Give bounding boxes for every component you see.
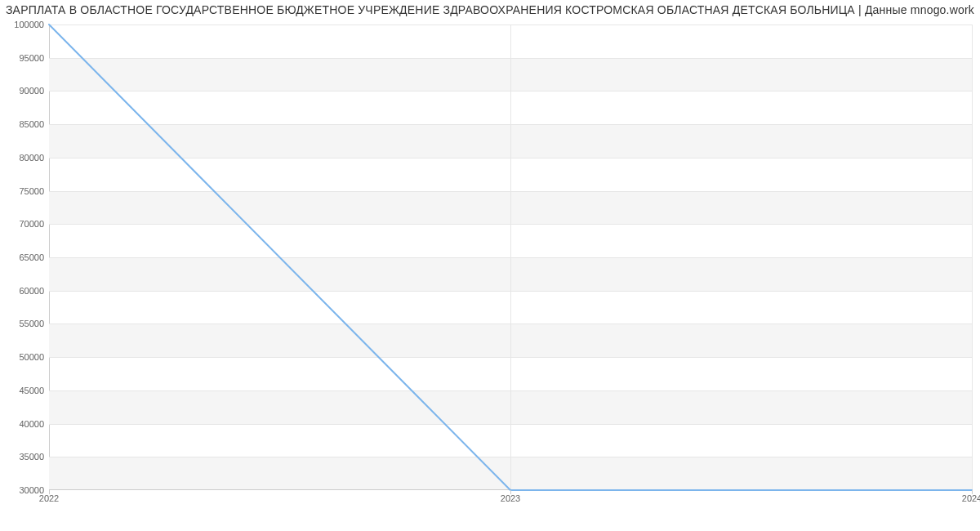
y-tick-label: 50000 [0, 352, 44, 362]
y-tick-label: 30000 [0, 485, 44, 495]
chart-title: ЗАРПЛАТА В ОБЛАСТНОЕ ГОСУДАРСТВЕННОЕ БЮД… [0, 3, 980, 16]
y-tick-label: 35000 [0, 452, 44, 462]
y-tick-label: 65000 [0, 252, 44, 262]
chart-series [49, 25, 972, 490]
y-tick-label: 60000 [0, 286, 44, 296]
grid-line-vertical [972, 25, 973, 490]
y-tick-label: 75000 [0, 186, 44, 196]
chart-container: ЗАРПЛАТА В ОБЛАСТНОЕ ГОСУДАРСТВЕННОЕ БЮД… [0, 0, 980, 531]
y-tick-label: 95000 [0, 53, 44, 63]
y-tick-label: 45000 [0, 386, 44, 395]
plot-area [49, 25, 972, 490]
x-tick-label: 2023 [501, 493, 520, 503]
y-tick-label: 90000 [0, 86, 44, 96]
y-tick-label: 40000 [0, 419, 44, 429]
y-tick-label: 55000 [0, 319, 44, 328]
series-line [49, 25, 972, 490]
x-tick-label: 2024 [962, 493, 980, 503]
y-tick-label: 100000 [0, 20, 44, 29]
y-tick-label: 85000 [0, 119, 44, 129]
y-tick-label: 70000 [0, 219, 44, 229]
y-tick-label: 80000 [0, 153, 44, 163]
